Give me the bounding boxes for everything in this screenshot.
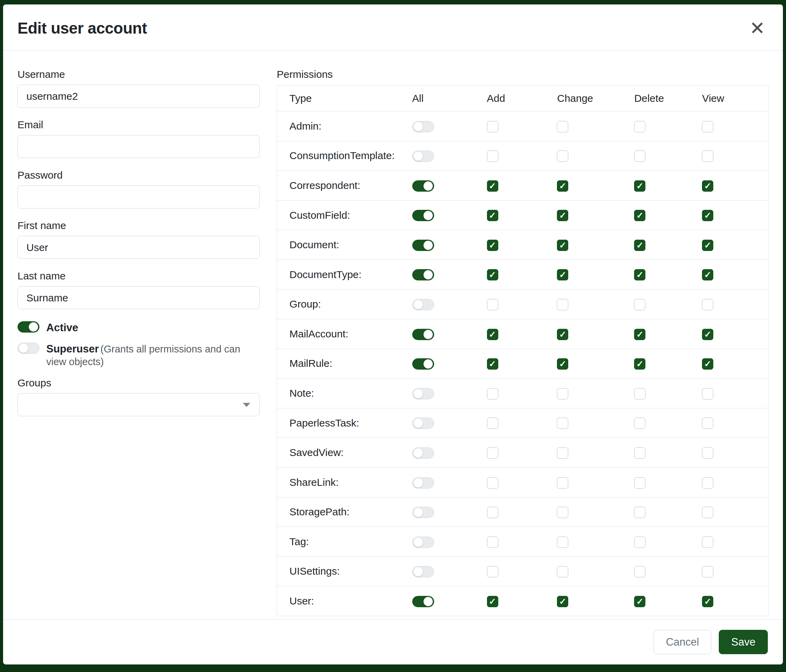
permission-change-checkbox[interactable]: ✓ (557, 210, 568, 221)
permission-add-checkbox[interactable] (487, 151, 498, 162)
toggle-knob (29, 322, 38, 331)
permission-change-checkbox[interactable] (557, 566, 568, 577)
permission-view-checkbox[interactable] (702, 388, 713, 399)
permission-delete-checkbox[interactable] (634, 566, 645, 577)
permission-view-checkbox[interactable]: ✓ (702, 240, 713, 251)
permission-change-checkbox[interactable] (557, 388, 568, 399)
permission-delete-checkbox[interactable]: ✓ (634, 210, 645, 221)
permission-all-toggle[interactable] (412, 151, 434, 162)
permission-view-checkbox[interactable]: ✓ (702, 269, 713, 281)
permission-all-toggle[interactable] (412, 388, 434, 399)
permission-view-checkbox[interactable] (702, 447, 713, 459)
permission-add-checkbox[interactable] (487, 388, 498, 399)
permission-change-checkbox[interactable] (557, 299, 568, 310)
permission-change-checkbox[interactable]: ✓ (557, 181, 568, 192)
permission-delete-checkbox[interactable] (634, 388, 645, 399)
permission-view-checkbox[interactable] (702, 537, 713, 548)
permission-add-checkbox[interactable]: ✓ (487, 596, 498, 607)
permission-change-checkbox[interactable]: ✓ (557, 269, 568, 281)
permission-all-toggle[interactable] (412, 299, 434, 310)
permission-change-checkbox[interactable] (557, 418, 568, 429)
permission-all-toggle[interactable] (412, 477, 434, 488)
permission-add-checkbox[interactable]: ✓ (487, 358, 498, 370)
permission-change-checkbox[interactable] (557, 477, 568, 488)
permission-add-checkbox[interactable] (487, 566, 498, 577)
permission-type-label: Document: (277, 230, 400, 260)
permission-change-checkbox[interactable]: ✓ (557, 358, 568, 370)
permission-add-checkbox[interactable] (487, 447, 498, 459)
permission-delete-checkbox[interactable] (634, 537, 645, 548)
permission-add-checkbox[interactable] (487, 537, 498, 548)
permission-delete-checkbox[interactable]: ✓ (634, 596, 645, 607)
permission-all-toggle[interactable] (412, 447, 434, 459)
permission-delete-checkbox[interactable]: ✓ (634, 329, 645, 340)
permission-add-checkbox[interactable] (487, 299, 498, 310)
permission-delete-checkbox[interactable] (634, 507, 645, 518)
permission-delete-checkbox[interactable] (634, 121, 645, 132)
permission-view-checkbox[interactable] (702, 507, 713, 518)
permission-delete-checkbox[interactable]: ✓ (634, 269, 645, 281)
permission-all-toggle[interactable] (412, 240, 434, 251)
permission-view-checkbox[interactable] (702, 566, 713, 577)
permission-view-checkbox[interactable] (702, 418, 713, 429)
last-name-input[interactable] (17, 286, 259, 309)
permission-view-checkbox[interactable]: ✓ (702, 329, 713, 340)
username-input[interactable] (17, 85, 259, 108)
permission-change-checkbox[interactable] (557, 507, 568, 518)
permission-change-checkbox[interactable]: ✓ (557, 329, 568, 340)
permission-view-checkbox[interactable]: ✓ (702, 358, 713, 370)
permission-all-toggle[interactable] (412, 269, 434, 281)
permission-delete-checkbox[interactable] (634, 299, 645, 310)
permission-all-toggle[interactable] (412, 596, 434, 607)
cancel-button[interactable]: Cancel (654, 630, 712, 654)
permission-all-toggle[interactable] (412, 121, 434, 132)
permission-change-checkbox[interactable] (557, 121, 568, 132)
permission-all-toggle[interactable] (412, 329, 434, 340)
save-button[interactable]: Save (719, 630, 768, 654)
permission-delete-checkbox[interactable] (634, 477, 645, 488)
permission-add-checkbox[interactable]: ✓ (487, 210, 498, 221)
permission-view-checkbox[interactable]: ✓ (702, 210, 713, 221)
permission-delete-checkbox[interactable]: ✓ (634, 240, 645, 251)
permission-add-checkbox[interactable]: ✓ (487, 329, 498, 340)
permission-view-checkbox[interactable] (702, 121, 713, 132)
permission-view-checkbox[interactable] (702, 477, 713, 488)
permission-view-checkbox[interactable] (702, 299, 713, 310)
permission-add-checkbox[interactable]: ✓ (487, 240, 498, 251)
permission-change-checkbox[interactable]: ✓ (557, 240, 568, 251)
permission-delete-checkbox[interactable] (634, 447, 645, 459)
email-input[interactable] (17, 135, 259, 158)
password-input[interactable] (17, 185, 259, 209)
first-name-input[interactable] (17, 236, 259, 259)
permission-all-toggle[interactable] (412, 181, 434, 192)
close-button[interactable]: ✕ (747, 17, 768, 39)
permission-view-checkbox[interactable]: ✓ (702, 596, 713, 607)
permission-add-checkbox[interactable]: ✓ (487, 181, 498, 192)
permission-add-checkbox[interactable] (487, 477, 498, 488)
permission-view-checkbox[interactable]: ✓ (702, 181, 713, 192)
permission-view-checkbox[interactable] (702, 151, 713, 162)
active-toggle[interactable] (17, 321, 39, 333)
permission-all-toggle[interactable] (412, 537, 434, 548)
permission-delete-checkbox[interactable]: ✓ (634, 181, 645, 192)
permission-delete-checkbox[interactable]: ✓ (634, 358, 645, 370)
permission-delete-checkbox[interactable] (634, 418, 645, 429)
permission-all-toggle[interactable] (412, 210, 434, 221)
permission-change-checkbox[interactable] (557, 447, 568, 459)
superuser-toggle[interactable] (17, 342, 39, 354)
groups-select[interactable] (17, 393, 259, 416)
permission-all-toggle[interactable] (412, 358, 434, 370)
permission-change-checkbox[interactable] (557, 151, 568, 162)
permission-all-toggle[interactable] (412, 418, 434, 429)
modal-footer: Cancel Save (3, 619, 783, 664)
permission-change-checkbox[interactable]: ✓ (557, 596, 568, 607)
permission-add-checkbox[interactable] (487, 418, 498, 429)
permission-add-checkbox[interactable]: ✓ (487, 269, 498, 281)
first-name-label: First name (17, 220, 259, 231)
permission-change-checkbox[interactable] (557, 537, 568, 548)
permission-delete-checkbox[interactable] (634, 151, 645, 162)
permission-add-checkbox[interactable] (487, 121, 498, 132)
permission-add-checkbox[interactable] (487, 507, 498, 518)
permission-all-toggle[interactable] (412, 566, 434, 577)
permission-all-toggle[interactable] (412, 507, 434, 518)
